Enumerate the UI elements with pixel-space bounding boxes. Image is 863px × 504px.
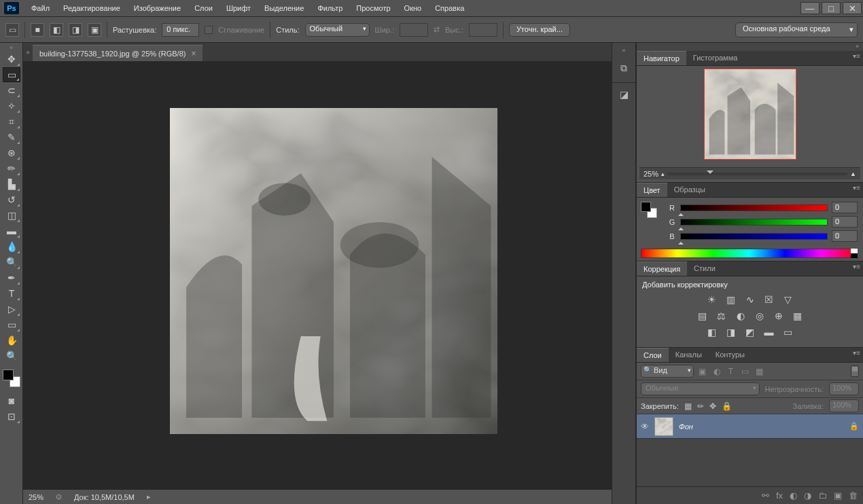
tab-navigator[interactable]: Навигатор	[637, 51, 686, 65]
fg-swatch[interactable]	[3, 370, 14, 380]
style-select[interactable]: Обычный	[305, 23, 370, 37]
menu-view[interactable]: Просмотр	[349, 1, 397, 15]
canvas-viewport[interactable]	[23, 62, 612, 489]
menu-file[interactable]: Файл	[24, 1, 56, 15]
layer-fx-icon[interactable]: fx	[776, 490, 783, 501]
adj-exposure-icon[interactable]: ☒	[763, 294, 775, 305]
healing-tool[interactable]: ⊛	[3, 145, 20, 160]
adj-balance-icon[interactable]: ⚖	[716, 310, 728, 321]
delete-layer-icon[interactable]: 🗑	[849, 490, 858, 501]
nav-zoom-in-icon[interactable]: ▲	[850, 170, 856, 177]
move-tool[interactable]: ✥	[3, 52, 20, 67]
navigator-thumbnail[interactable]	[704, 69, 796, 160]
marquee-tool-icon[interactable]: ▭	[5, 23, 19, 37]
lock-move-icon[interactable]: ✥	[709, 401, 716, 411]
workspace-selector[interactable]: Основная рабочая среда	[735, 22, 858, 37]
filter-adjust-icon[interactable]: ◐	[711, 365, 722, 377]
opacity-input[interactable]: 100%	[829, 382, 859, 395]
new-layer-icon[interactable]: ▣	[834, 490, 842, 501]
adj-lut-icon[interactable]: ▦	[792, 310, 804, 321]
adj-select-icon[interactable]: ▭	[782, 327, 794, 338]
tab-swatches[interactable]: Образцы	[667, 183, 712, 197]
add-selection-icon[interactable]: ◧	[50, 23, 63, 37]
layer-filter-select[interactable]: Вид	[641, 365, 694, 378]
fill-input[interactable]: 100%	[829, 399, 859, 412]
stamp-tool[interactable]: ▙	[3, 177, 20, 192]
adj-gradmap-icon[interactable]: ▬	[763, 327, 775, 338]
layer-mask-icon[interactable]: ◐	[790, 490, 797, 501]
tab-styles[interactable]: Стили	[687, 262, 722, 276]
filter-smart-icon[interactable]: ▦	[754, 365, 765, 377]
g-value[interactable]: 0	[832, 216, 858, 228]
adjust-menu-icon[interactable]: ▾≡	[853, 263, 860, 270]
color-swatches[interactable]	[3, 370, 20, 387]
adj-curves-icon[interactable]: ∿	[744, 294, 756, 305]
new-group-icon[interactable]: 🗀	[818, 490, 827, 501]
r-value[interactable]: 0	[832, 202, 858, 213]
refine-edge-button[interactable]: Уточн. край...	[509, 23, 570, 37]
nav-zoom-slider[interactable]	[667, 173, 847, 175]
zoom-value[interactable]: 25%	[29, 493, 43, 501]
feather-input[interactable]: 0 пикс.	[162, 23, 199, 37]
adj-invert-icon[interactable]: ◧	[706, 327, 718, 338]
collapsed-toggle-icon[interactable]: «	[612, 47, 635, 55]
subtract-selection-icon[interactable]: ◨	[69, 23, 82, 37]
tabbar-collapse-icon[interactable]: »	[23, 43, 33, 61]
filter-image-icon[interactable]: ▣	[697, 365, 708, 377]
layer-name[interactable]: Фон	[679, 422, 693, 431]
nav-zoom-out-icon[interactable]: ▴	[661, 170, 665, 177]
menu-layers[interactable]: Слои	[188, 1, 219, 15]
magic-wand-tool[interactable]: ✧	[3, 98, 20, 113]
shape-tool[interactable]: ▭	[3, 317, 20, 332]
screenmode-tool[interactable]: ⊡	[3, 409, 20, 424]
color-spectrum[interactable]	[641, 249, 858, 258]
path-select-tool[interactable]: ▷	[3, 302, 20, 317]
adj-photo-icon[interactable]: ◎	[754, 310, 766, 321]
filter-toggle[interactable]	[851, 365, 859, 377]
status-icon[interactable]: ⊙	[56, 492, 62, 501]
lock-paint-icon[interactable]: ✏	[697, 401, 704, 411]
adj-poster-icon[interactable]: ◨	[725, 327, 737, 338]
panels-collapse-icon[interactable]: »	[637, 43, 863, 51]
tab-paths[interactable]: Контуры	[709, 348, 752, 362]
crop-tool[interactable]: ⌗	[3, 114, 20, 129]
layer-row[interactable]: 👁 Фон 🔒	[637, 414, 863, 439]
adj-mixer-icon[interactable]: ⊕	[773, 310, 785, 321]
new-adjust-icon[interactable]: ◑	[804, 490, 811, 501]
adj-vibrance-icon[interactable]: ▽	[782, 294, 794, 305]
hand-tool[interactable]: ✋	[3, 333, 20, 348]
menu-type[interactable]: Шрифт	[219, 1, 258, 15]
tab-histogram[interactable]: Гистограмма	[686, 51, 745, 65]
filter-shape-icon[interactable]: ▭	[739, 365, 751, 377]
status-chevron-icon[interactable]: ▸	[147, 492, 151, 501]
minimize-button[interactable]: —	[800, 2, 820, 14]
color-menu-icon[interactable]: ▾≡	[853, 184, 860, 192]
menu-image[interactable]: Изображение	[127, 1, 188, 15]
close-button[interactable]: ✕	[843, 2, 862, 14]
b-value[interactable]: 0	[832, 230, 858, 242]
tab-channels[interactable]: Каналы	[669, 348, 709, 362]
adj-brightness-icon[interactable]: ☀	[706, 294, 718, 305]
layers-menu-icon[interactable]: ▾≡	[853, 349, 860, 357]
eyedropper-tool[interactable]: ✎	[3, 130, 20, 145]
menu-filter[interactable]: Фильтр	[311, 1, 349, 15]
maximize-button[interactable]: □	[822, 2, 841, 14]
navigator-menu-icon[interactable]: ▾≡	[853, 52, 860, 60]
new-selection-icon[interactable]: ■	[31, 23, 44, 37]
eraser-tool[interactable]: ◫	[3, 208, 20, 223]
document-tab[interactable]: building-1377538_1920.jpg @ 25% (RGB/8) …	[33, 45, 202, 61]
gradient-tool[interactable]: ▬	[3, 223, 20, 238]
b-slider[interactable]	[680, 233, 828, 240]
adj-hue-icon[interactable]: ▤	[697, 310, 709, 321]
history-panel-icon[interactable]: ⧉	[615, 59, 633, 77]
nav-zoom-value[interactable]: 25%	[644, 170, 658, 178]
link-layers-icon[interactable]: ⚯	[762, 490, 769, 501]
layer-lock-icon[interactable]: 🔒	[849, 422, 859, 431]
tab-adjustments[interactable]: Коррекция	[637, 262, 687, 276]
layer-visibility-icon[interactable]: 👁	[641, 422, 649, 431]
tab-color[interactable]: Цвет	[637, 183, 667, 197]
adj-levels-icon[interactable]: ▥	[725, 294, 737, 305]
adj-bw-icon[interactable]: ◐	[735, 310, 747, 321]
color-swatch-box[interactable]	[641, 202, 657, 218]
tab-layers[interactable]: Слои	[637, 348, 669, 362]
